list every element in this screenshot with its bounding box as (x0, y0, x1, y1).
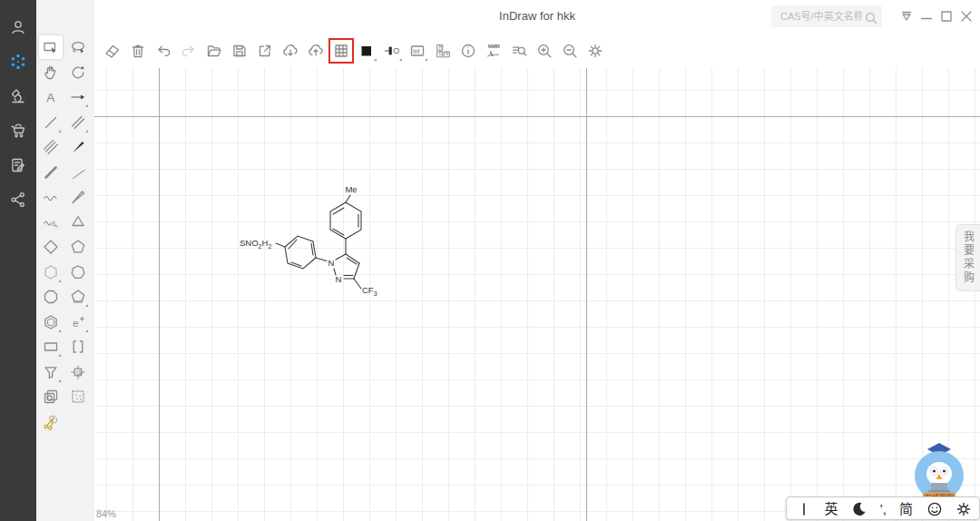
palette-text-tool[interactable]: A (39, 85, 63, 109)
toolbar-structure-search-button[interactable] (507, 39, 531, 63)
palette-rotate-tool[interactable] (66, 61, 90, 84)
palette-group-tool[interactable]: G (66, 360, 90, 384)
toolbar-grid-toggle-button[interactable] (329, 39, 353, 63)
palette-ring-hexagon-tool[interactable] (39, 260, 63, 284)
toolbar-upload-button[interactable] (304, 39, 328, 63)
palette-ring-cyclopentadiene-tool[interactable] (66, 285, 90, 309)
toolbar-atom-label-button[interactable]: O (380, 39, 404, 63)
sidebar-item-share[interactable] (6, 188, 30, 211)
atom-label-cf3: CF3 (362, 285, 377, 297)
palette-ring-pentagon-tool[interactable] (66, 235, 90, 259)
palette-ring-heptagon-tool[interactable] (66, 260, 90, 284)
ime-toolbar: 英’,简 (786, 496, 980, 520)
hand-icon (42, 64, 60, 82)
palette-funnel-tool[interactable] (39, 360, 63, 384)
ime-emoji[interactable] (926, 500, 942, 516)
palette-template-tool[interactable] (39, 385, 63, 408)
palette-shape-rectangle-tool[interactable] (39, 335, 63, 359)
toolbar-zoom-out-button[interactable] (558, 39, 582, 63)
palette-ring-triangle-tool[interactable] (66, 211, 90, 234)
ime-language-label[interactable]: 英 (824, 502, 838, 516)
palette-sketch-tool[interactable] (66, 385, 90, 408)
ime-moon[interactable] (850, 500, 867, 516)
palette-select-tool[interactable] (39, 35, 63, 59)
palette-ring-octagon-tool[interactable] (39, 285, 63, 309)
toolbar-info-button[interactable] (456, 39, 480, 63)
toolbar-download-button[interactable] (279, 39, 302, 63)
palette-charge-tool[interactable]: e (66, 310, 90, 334)
ime-caret[interactable] (795, 500, 811, 516)
cloud-upload-icon (307, 42, 325, 60)
purchase-side-tab[interactable]: 我要采购 (956, 224, 980, 291)
sidebar-item-account[interactable] (6, 15, 30, 39)
note-icon (9, 156, 27, 174)
toolbar-periodic-table-button[interactable]: HCN (431, 39, 455, 63)
smiley-icon (926, 500, 942, 516)
drawing-canvas[interactable]: Me N N CF3 SNO2H2 84% (94, 68, 980, 521)
text-icon: A (42, 88, 60, 106)
palette-ring-benzene-tool[interactable] (39, 310, 63, 334)
palette-arrow-tool[interactable] (66, 85, 90, 109)
ime-punctuation-label[interactable]: ’, (879, 502, 887, 516)
toolbar-undo-button[interactable] (152, 39, 175, 63)
svg-text:Int: Int (413, 47, 419, 54)
palette-bond-wavy-tool[interactable] (39, 185, 63, 209)
palette-bond-bold-tool[interactable] (39, 161, 63, 184)
sidebar-item-purchase[interactable] (6, 119, 30, 143)
benzene-icon (42, 313, 60, 331)
toolbar-eraser-button[interactable] (101, 39, 124, 63)
search-input[interactable] (780, 11, 862, 22)
bond-bold-icon (42, 163, 60, 182)
ime-settings[interactable] (955, 500, 971, 516)
palette-pan-tool[interactable] (39, 61, 63, 84)
ime-script-label[interactable]: 简 (899, 502, 913, 516)
zoom-level-badge: 84% (96, 508, 116, 519)
palette-bond-single-tool[interactable] (39, 111, 63, 134)
caret-icon (795, 500, 811, 516)
toolbar-settings-button[interactable] (583, 39, 607, 63)
palette-scissors-tool[interactable] (39, 410, 63, 434)
sidebar-item-indraw[interactable] (6, 50, 30, 74)
pin-button[interactable] (897, 5, 916, 27)
toolbar-delete-button[interactable] (126, 39, 150, 63)
palette-ring-diamond-tool[interactable] (39, 235, 63, 259)
wedge-solid-icon (69, 138, 87, 156)
close-button[interactable] (956, 5, 976, 27)
export-icon (256, 42, 274, 60)
palette-lasso-tool[interactable] (66, 35, 90, 59)
search-box[interactable] (771, 5, 882, 27)
sidebar-item-experiment[interactable] (6, 84, 30, 108)
palette-bond-double-tool[interactable] (66, 111, 90, 134)
toolbar-zoom-in-button[interactable] (533, 39, 556, 63)
maximize-button[interactable] (936, 5, 956, 27)
bracket-icon (69, 338, 87, 356)
toolbar-nmr-button[interactable]: NMR (482, 39, 505, 63)
toolbar-interpret-button[interactable]: Int (406, 39, 429, 63)
grid-icon (332, 42, 350, 60)
toolbar-color-fill-button[interactable] (355, 39, 378, 63)
palette-chain-tool[interactable]: Sn (39, 211, 63, 234)
toolbar-redo-button (177, 39, 201, 63)
rectangle-icon (42, 338, 60, 356)
palette-wedge-hollow-tool[interactable] (66, 185, 90, 209)
zoom-out-icon (561, 42, 579, 60)
info-icon (459, 42, 477, 60)
scissors-icon (42, 413, 60, 431)
wedge-hollow-icon (69, 188, 87, 206)
title-bar: InDraw for hkk (94, 0, 980, 33)
dots-square-icon (69, 388, 87, 406)
svg-text:A: A (46, 91, 54, 104)
minimize-button[interactable] (916, 5, 936, 27)
molecule-structure[interactable]: Me N N CF3 SNO2H2 (94, 68, 980, 521)
rotate-icon (69, 64, 87, 82)
toolbar-save-button[interactable] (228, 39, 251, 63)
palette-wedge-solid-tool[interactable] (66, 135, 90, 159)
palette-bracket-tool[interactable] (66, 335, 90, 359)
search-icon[interactable] (862, 9, 877, 24)
palette-bond-triple-tool[interactable] (39, 135, 63, 159)
toolbar-export-button[interactable] (253, 39, 277, 63)
sidebar-item-notes[interactable] (6, 153, 30, 177)
select-rect-icon (42, 38, 60, 56)
palette-wedge-hash-tool[interactable] (66, 161, 90, 184)
toolbar-open-button[interactable] (202, 39, 226, 63)
